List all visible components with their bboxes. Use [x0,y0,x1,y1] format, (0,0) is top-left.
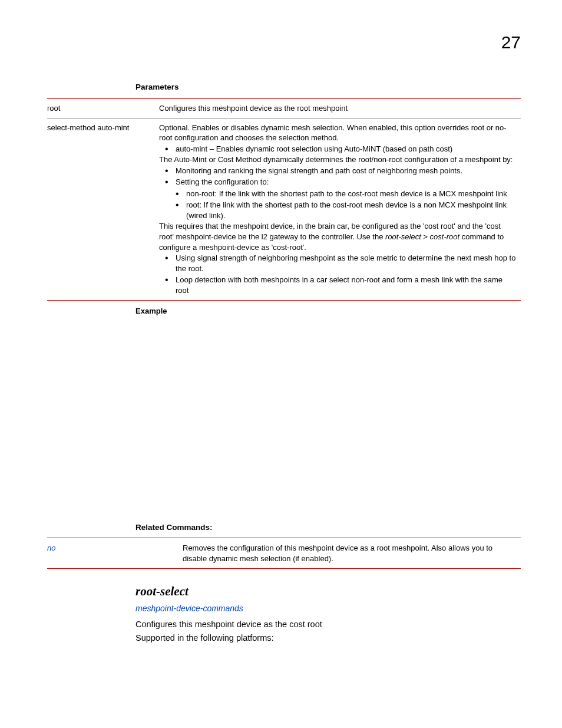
list-item: Using signal strength of neighboring mes… [176,252,516,274]
body-text: Configures this meshpoint device as the … [135,618,521,631]
table-row: select-method auto-mint Optional. Enable… [47,118,521,301]
parameters-heading: Parameters [135,83,521,91]
param-text: Optional. Enables or disables dynamic me… [159,123,516,143]
list-item: non-root: If the link with the shortest … [186,188,516,200]
related-commands-table: no Removes the configuration of this mes… [47,538,521,569]
list-item: auto-mint – Enables dynamic root selecti… [176,143,516,155]
command-title: root-select [135,584,521,599]
list-item: Setting the configuration to: [176,176,516,188]
param-text: The Auto-Mint or Cost Method dynamically… [159,154,516,165]
param-desc: Optional. Enables or disables dynamic me… [159,118,521,301]
example-heading: Example [135,307,521,315]
related-command-desc: Removes the configuration of this meshpo… [183,538,521,569]
body-text: Supported in the following platforms: [135,631,521,644]
parameters-table: root Configures this meshpoint device as… [47,98,521,301]
related-commands-heading: Related Commands: [135,523,521,532]
param-name: select-method auto-mint [47,118,159,301]
param-desc: Configures this meshpoint device as the … [159,99,521,118]
list-item: root: If the link with the shortest path… [186,199,516,221]
related-command-link[interactable]: no [47,538,183,569]
param-name: root [47,99,159,118]
table-row: root Configures this meshpoint device as… [47,99,521,118]
list-item: Loop detection with both meshpoints in a… [176,274,516,296]
param-text: This requires that the meshpoint device,… [159,221,516,252]
table-row: no Removes the configuration of this mes… [47,538,521,569]
page-number: 27 [501,32,521,52]
list-item: Monitoring and ranking the signal streng… [176,165,516,177]
command-parent-link[interactable]: meshpoint-device-commands [135,604,521,613]
